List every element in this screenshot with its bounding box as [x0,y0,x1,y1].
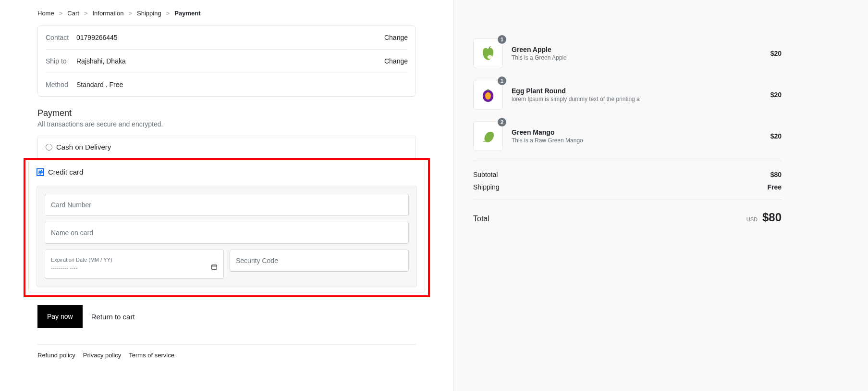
terms-of-service-link[interactable]: Terms of service [129,352,174,359]
chevron-right-icon: > [166,10,170,17]
summary-contact-label: Contact [46,34,76,41]
cc-radio[interactable] [38,170,43,175]
subtotal-label: Subtotal [473,171,498,178]
qty-badge: 1 [498,35,506,44]
cc-radio-wrap[interactable] [37,168,44,176]
eggplant-icon [478,85,498,104]
item-price: $20 [770,132,782,140]
apple-icon [478,44,498,63]
total-currency: USD [746,216,758,222]
item-price: $20 [770,50,782,57]
product-thumb: 1 [473,38,503,68]
payment-subtitle: All transactions are secure and encrypte… [37,120,416,128]
svg-rect-0 [212,265,217,269]
item-desc: lorem Ipsum is simply dummy text of the … [512,96,762,102]
summary-method-value: Standard . Free [76,81,408,88]
product-thumb: 1 [473,80,503,110]
mango-icon [478,126,498,146]
refund-policy-link[interactable]: Refund policy [37,352,75,359]
total-value: $80 [762,211,782,224]
expiration-date-input[interactable]: Expiration Date (MM / YY) --------- ---- [45,250,224,279]
payment-method-cc-container: Credit card Expiration Date (MM [28,161,425,292]
payment-title: Payment [37,108,416,118]
payment-method-cc: Credit card Expiration Date (MM [29,161,425,292]
summary-box: Contact 01799266445 Change Ship to Rajsh… [37,25,416,97]
cc-label: Credit card [48,168,83,176]
item-desc: This is a Raw Green Mango [512,137,762,144]
qty-badge: 1 [498,76,506,85]
expiration-date-value: --------- ---- [51,265,77,271]
breadcrumb-cart[interactable]: Cart [67,10,79,17]
payment-method-cod[interactable]: Cash on Delivery [38,136,416,158]
cart-item: 1 Egg Plant Round lorem Ipsum is simply … [473,80,782,110]
chevron-right-icon: > [84,10,88,17]
summary-ship-value: Rajshahi, Dhaka [76,57,384,65]
expiration-date-label: Expiration Date (MM / YY) [51,257,218,263]
chevron-right-icon: > [59,10,63,17]
summary-contact-row: Contact 01799266445 Change [46,26,408,50]
cart-items: 1 Green Apple This is a Green Apple $20 … [473,38,782,151]
cod-label: Cash on Delivery [56,143,111,151]
shipping-label: Shipping [473,183,500,191]
shipping-value: Free [767,183,782,191]
cart-item: 2 Green Mango This is a Raw Green Mango … [473,121,782,151]
calendar-icon[interactable] [211,264,218,272]
product-thumb: 2 [473,121,503,151]
cod-radio[interactable] [46,144,52,151]
card-number-input[interactable] [45,194,409,216]
breadcrumb-home[interactable]: Home [37,10,54,17]
security-code-input[interactable] [230,250,409,272]
summary-method-label: Method [46,81,76,88]
total-label: Total [473,214,489,223]
subtotal-value: $80 [770,171,782,178]
pay-now-button[interactable]: Pay now [37,305,83,328]
item-price: $20 [770,91,782,99]
privacy-policy-link[interactable]: Privacy policy [83,352,121,359]
item-name: Green Apple [512,46,762,53]
summary-ship-row: Ship to Rajshahi, Dhaka Change [46,50,408,73]
card-form: Expiration Date (MM / YY) --------- ---- [37,186,417,287]
breadcrumb: Home > Cart > Information > Shipping > P… [37,10,416,17]
breadcrumb-payment: Payment [174,10,200,17]
qty-badge: 2 [498,118,506,126]
item-desc: This is a Green Apple [512,54,762,61]
chevron-right-icon: > [128,10,132,17]
footer-links: Refund policy Privacy policy Terms of se… [37,345,416,359]
credit-card-highlight: Credit card Expiration Date (MM [24,158,430,297]
svg-point-1 [488,55,492,59]
totals: Subtotal $80 Shipping Free [473,161,782,191]
cc-header[interactable]: Credit card [37,168,417,176]
svg-point-3 [485,92,491,100]
item-name: Green Mango [512,128,762,136]
cart-item: 1 Green Apple This is a Green Apple $20 [473,38,782,68]
summary-ship-change[interactable]: Change [384,57,408,65]
summary-contact-change[interactable]: Change [384,34,408,41]
actions-row: Pay now Return to cart [37,305,416,345]
return-to-cart-link[interactable]: Return to cart [91,313,135,321]
summary-contact-value: 01799266445 [76,34,384,41]
summary-method-row: Method Standard . Free [46,73,408,96]
breadcrumb-shipping[interactable]: Shipping [137,10,161,17]
grand-total: Total USD $80 [473,200,782,224]
item-name: Egg Plant Round [512,87,762,95]
payment-methods: Cash on Delivery [37,136,416,158]
breadcrumb-information[interactable]: Information [92,10,123,17]
name-on-card-input[interactable] [45,222,409,244]
summary-ship-label: Ship to [46,57,76,65]
